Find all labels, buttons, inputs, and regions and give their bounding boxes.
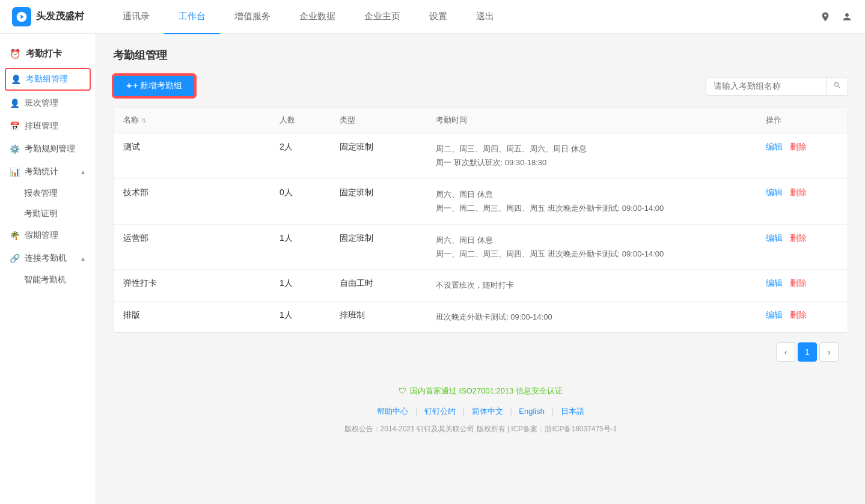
dingtalk-agreement-link[interactable]: 钉钉公约 [424,407,456,416]
japanese-link[interactable]: 日本語 [561,407,584,416]
delete-btn-2[interactable]: 删除 [790,233,807,244]
sidebar-item-schedule[interactable]: 📅 排班管理 [0,115,96,138]
edit-btn-0[interactable]: 编辑 [766,142,783,153]
logo-area: 头发茂盛村 [12,7,84,26]
next-page-button[interactable]: › [819,342,839,362]
cell-name-1: 技术部 [123,187,280,198]
cell-name-4: 排版 [123,310,280,321]
expand-icon: ▲ [80,169,86,175]
table-row: 技术部 0人 固定班制 周六、周日 休息 周一、周二、周三、周四、周五 班次晚走… [114,179,848,225]
plus-icon: + [126,80,132,91]
toolbar: + + 新增考勤组 [113,74,848,97]
delete-btn-0[interactable]: 删除 [790,142,807,153]
connect-icon: 🔗 [10,254,20,263]
cell-type-0: 固定班制 [340,142,436,153]
cell-name-0: 测试 [123,142,280,153]
copyright-text: 版权公告：2014-2021 钉钉及其关联公司 版权所有 | ICP备案：浙IC… [125,422,836,436]
add-attendance-group-button[interactable]: + + 新增考勤组 [113,74,195,97]
search-input[interactable] [706,77,827,94]
nav-logout[interactable]: 退出 [462,1,509,34]
sidebar-title: ⏰ 考勤打卡 [0,43,96,67]
english-link[interactable]: English [519,407,545,416]
security-badge: 🛡 国内首家通过 ISO27001:2013 信息安全认证 [125,383,836,399]
cell-count-2: 1人 [280,233,340,244]
cell-actions-2: 编辑 删除 [766,233,838,244]
sidebar-item-attendance-group[interactable]: 👤 考勤组管理 [5,68,91,91]
footer: 🛡 国内首家通过 ISO27001:2013 信息安全认证 帮助中心 | 钉钉公… [113,371,848,448]
help-center-link[interactable]: 帮助中心 [377,407,408,416]
table-header: 名称 ⇅ 人数 类型 考勤时间 操作 [114,108,848,133]
content-area: 考勤组管理 + + 新增考勤组 名称 ⇅ [96,34,865,504]
sidebar-item-smart-machine[interactable]: 智能考勤机 [0,270,96,290]
sidebar-item-shift[interactable]: 👤 班次管理 [0,92,96,115]
cell-time-2: 周六、周日 休息 周一、周二、周三、周四、周五 班次晚走外勤卡测试: 09:00… [436,233,766,261]
cell-time-4: 班次晚走外勤卡测试: 09:00-14:00 [436,310,766,324]
attendance-table: 名称 ⇅ 人数 类型 考勤时间 操作 测试 2人 [113,107,848,333]
nav-value-added[interactable]: 增值服务 [220,1,285,34]
holiday-icon: 🌴 [10,231,20,240]
cell-time-0: 周二、周三、周四、周五、周六、周日 休息 周一 班次默认班次: 09:30-18… [436,142,766,170]
footer-links: 帮助中心 | 钉钉公约 | 简体中文 | English | 日本語 [125,404,836,419]
logo-icon [12,7,31,26]
sidebar-item-proof[interactable]: 考勤证明 [0,204,96,224]
cell-actions-4: 编辑 删除 [766,310,838,321]
delete-btn-1[interactable]: 删除 [790,187,807,198]
main-nav: 通讯录 工作台 增值服务 企业数据 企业主页 设置 退出 [108,0,853,34]
cell-time-1: 周六、周日 休息 周一、周二、周三、周四、周五 班次晚走外勤卡测试: 09:00… [436,187,766,216]
nav-contacts[interactable]: 通讯录 [108,1,164,34]
simplified-chinese-link[interactable]: 简体中文 [472,407,503,416]
table-row: 排版 1人 排班制 班次晚走外勤卡测试: 09:00-14:00 编辑 删除 [114,302,848,332]
page-1-button[interactable]: 1 [798,342,817,362]
content-title: 考勤组管理 [113,48,848,62]
main-layout: ⏰ 考勤打卡 👤 考勤组管理 👤 班次管理 📅 排班管理 ⚙️ 考勤规则管理 📊… [0,34,865,504]
cell-actions-0: 编辑 删除 [766,142,838,153]
user-icon[interactable] [839,8,855,25]
cell-actions-3: 编辑 删除 [766,278,838,289]
prev-page-button[interactable]: ‹ [776,342,795,362]
sidebar-item-connect[interactable]: 🔗 连接考勤机 ▲ [0,247,96,270]
search-button[interactable] [827,77,848,95]
sidebar-item-holiday[interactable]: 🌴 假期管理 [0,224,96,247]
delete-btn-3[interactable]: 删除 [790,278,807,289]
shift-icon: 👤 [10,99,20,108]
cell-type-3: 自由工时 [340,278,436,289]
user-group-icon: 👤 [11,74,21,84]
sidebar-item-rules[interactable]: ⚙️ 考勤规则管理 [0,138,96,160]
sidebar-item-report[interactable]: 报表管理 [0,183,96,204]
statistics-icon: 📊 [10,167,20,177]
cell-actions-1: 编辑 删除 [766,187,838,198]
top-right-icons [817,8,855,25]
nav-enterprise-home[interactable]: 企业主页 [350,1,415,34]
shield-icon: 🛡 [399,383,406,399]
nav-enterprise-data[interactable]: 企业数据 [285,1,350,34]
cell-type-2: 固定班制 [340,233,436,244]
expand-connect-icon: ▲ [80,255,86,262]
col-name: 名称 ⇅ [123,115,280,126]
edit-btn-1[interactable]: 编辑 [766,187,783,198]
sidebar: ⏰ 考勤打卡 👤 考勤组管理 👤 班次管理 📅 排班管理 ⚙️ 考勤规则管理 📊… [0,34,96,504]
location-icon[interactable] [817,8,834,25]
cell-type-4: 排班制 [340,310,436,321]
col-count: 人数 [280,115,340,126]
table-row: 运营部 1人 固定班制 周六、周日 休息 周一、周二、周三、周四、周五 班次晚走… [114,225,848,270]
nav-settings[interactable]: 设置 [415,1,462,34]
cell-name-3: 弹性打卡 [123,278,280,289]
edit-btn-3[interactable]: 编辑 [766,278,783,289]
cell-time-3: 不设置班次，随时打卡 [436,278,766,292]
sort-icon: ⇅ [141,117,146,124]
table-row: 弹性打卡 1人 自由工时 不设置班次，随时打卡 编辑 删除 [114,270,848,301]
col-actions: 操作 [766,115,838,126]
col-time: 考勤时间 [436,115,766,126]
cell-count-4: 1人 [280,310,340,321]
cell-count-1: 0人 [280,187,340,198]
logo-text: 头发茂盛村 [36,10,84,23]
col-type: 类型 [340,115,436,126]
edit-btn-4[interactable]: 编辑 [766,310,783,321]
edit-btn-2[interactable]: 编辑 [766,233,783,244]
clock-icon: ⏰ [10,49,21,59]
sidebar-item-statistics[interactable]: 📊 考勤统计 ▲ [0,160,96,183]
delete-btn-4[interactable]: 删除 [790,310,807,321]
nav-workbench[interactable]: 工作台 [164,1,220,34]
cell-count-0: 2人 [280,142,340,153]
top-nav: 头发茂盛村 通讯录 工作台 增值服务 企业数据 企业主页 设置 退出 [0,0,865,34]
